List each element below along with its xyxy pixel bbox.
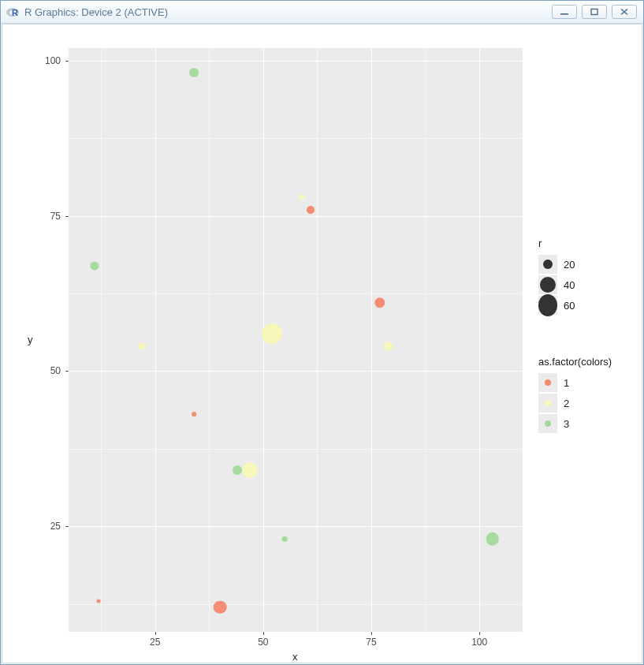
- y-tick-mark: [65, 371, 69, 372]
- maximize-button[interactable]: [582, 5, 607, 19]
- data-point: [233, 465, 242, 475]
- data-point: [189, 69, 199, 78]
- gridline-minor: [317, 48, 318, 632]
- legend-size-dot: [538, 294, 557, 316]
- gridline-minor: [426, 48, 426, 632]
- y-tick-label: 100: [45, 55, 61, 66]
- legend-key: [538, 394, 557, 413]
- gridline-minor: [69, 449, 523, 450]
- legend-label: 20: [564, 259, 575, 271]
- legend-color-dot: [545, 379, 551, 386]
- maximize-icon: [589, 8, 600, 16]
- gridline-minor: [209, 48, 210, 632]
- svg-text:R: R: [12, 8, 18, 17]
- x-axis-title: x: [292, 651, 298, 663]
- minimize-button[interactable]: [552, 5, 577, 19]
- plot-area: x y r 204060 as.factor(colors) 123 25507…: [2, 24, 642, 663]
- x-tick-mark: [263, 632, 264, 635]
- size-legend: r 204060: [538, 237, 575, 316]
- gridline-minor: [69, 293, 523, 294]
- window-controls: [552, 5, 637, 19]
- color-legend-title: as.factor(colors): [538, 356, 612, 368]
- size-legend-item: 20: [538, 254, 575, 275]
- data-point: [262, 323, 282, 344]
- app-window: R R Graphics: Device 2 (ACTIVE) x y: [0, 0, 644, 665]
- legend-size-dot: [543, 260, 553, 269]
- x-tick-label: 25: [150, 637, 160, 648]
- y-tick-label: 25: [50, 521, 61, 532]
- gridline-major: [69, 371, 523, 372]
- legend-label: 2: [564, 398, 569, 409]
- svg-rect-4: [591, 9, 597, 15]
- color-legend: as.factor(colors) 123: [538, 356, 612, 434]
- legend-color-dot: [545, 420, 551, 427]
- legend-key: [538, 296, 557, 315]
- legend-key: [538, 373, 557, 392]
- size-legend-item: 60: [538, 295, 575, 316]
- legend-label: 1: [564, 377, 569, 389]
- y-axis-title: y: [28, 334, 33, 346]
- gridline-major: [479, 48, 480, 632]
- data-point: [90, 261, 99, 270]
- gridline-major: [69, 216, 523, 217]
- legend-color-dot: [545, 400, 551, 406]
- color-legend-item: 1: [538, 372, 612, 393]
- r-logo-icon: R: [6, 5, 20, 19]
- size-legend-title: r: [538, 237, 575, 249]
- y-tick-label: 75: [50, 211, 61, 222]
- y-tick-label: 50: [50, 365, 61, 376]
- x-tick-label: 75: [366, 637, 376, 648]
- data-point: [307, 206, 315, 214]
- titlebar: R R Graphics: Device 2 (ACTIVE): [1, 1, 643, 24]
- data-point: [214, 600, 227, 614]
- svg-rect-3: [560, 13, 568, 15]
- y-tick-mark: [65, 61, 69, 62]
- legend-size-dot: [540, 277, 556, 293]
- minimize-icon: [559, 8, 570, 16]
- color-legend-item: 2: [538, 393, 612, 413]
- gridline-minor: [69, 138, 523, 139]
- legend-label: 40: [564, 279, 575, 291]
- legend-key: [538, 414, 557, 433]
- color-legend-item: 3: [538, 413, 612, 434]
- data-point: [242, 462, 258, 478]
- close-button[interactable]: [612, 5, 637, 19]
- plot-device: x y r 204060 as.factor(colors) 123 25507…: [2, 24, 642, 663]
- data-point: [384, 342, 393, 350]
- data-point: [300, 194, 305, 200]
- legend-key: [538, 255, 557, 274]
- legend-label: 60: [564, 300, 575, 312]
- gridline-major: [155, 48, 156, 632]
- data-point: [97, 599, 101, 603]
- y-tick-mark: [65, 526, 69, 527]
- plot-panel: [69, 48, 523, 632]
- size-legend-item: 40: [538, 275, 575, 295]
- data-point: [192, 413, 196, 417]
- gridline-major: [69, 61, 523, 62]
- x-tick-label: 50: [258, 637, 268, 648]
- x-tick-mark: [371, 632, 372, 635]
- window-title: R Graphics: Device 2 (ACTIVE): [24, 6, 168, 18]
- data-point: [374, 297, 385, 308]
- close-icon: [619, 8, 630, 16]
- gridline-major: [69, 526, 523, 527]
- x-tick-mark: [479, 632, 480, 635]
- x-tick-label: 100: [471, 637, 487, 648]
- y-tick-mark: [65, 216, 69, 217]
- legend-label: 3: [564, 418, 569, 430]
- data-point: [139, 343, 146, 350]
- gridline-minor: [101, 48, 102, 632]
- x-tick-mark: [155, 632, 156, 635]
- gridline-minor: [69, 604, 523, 605]
- legend-key: [538, 275, 557, 294]
- data-point: [282, 536, 288, 542]
- data-point: [486, 532, 499, 546]
- gridline-major: [371, 48, 372, 632]
